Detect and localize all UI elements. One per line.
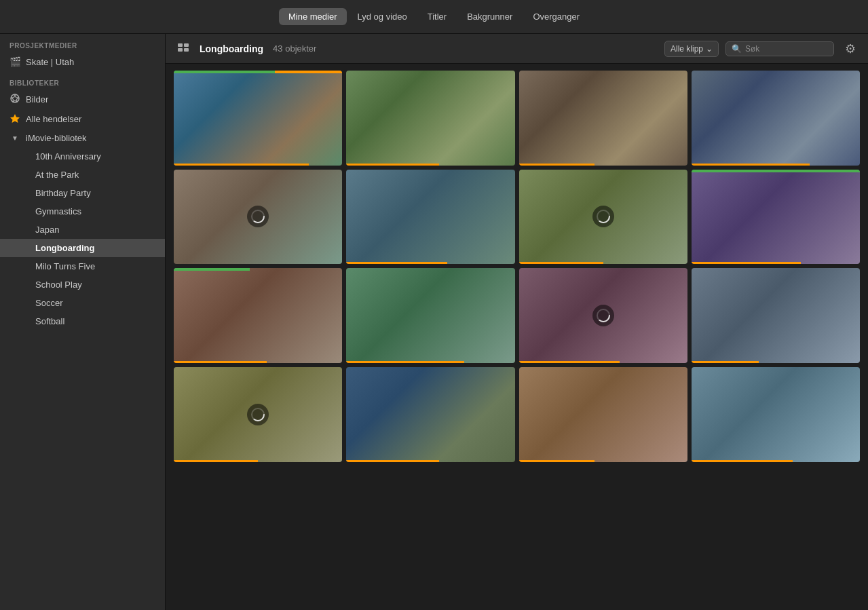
content-count: 43 objekter (273, 43, 316, 54)
content-area: Longboarding 43 objekter Alle klipp ⌄ 🔍 … (166, 34, 868, 610)
sidebar-item-10th-anniversary[interactable]: 10th Anniversary (0, 147, 165, 166)
sidebar-label-longboarding: Longboarding (35, 243, 94, 253)
topbar-buttons: Mine medierLyd og videoTitlerBakgrunnerO… (279, 8, 589, 25)
top-bar: Mine medierLyd og videoTitlerBakgrunnerO… (0, 0, 868, 34)
svg-marker-2 (10, 114, 20, 123)
filter-label: Alle klipp (671, 44, 703, 54)
topbar-btn-overganger[interactable]: Overganger (523, 8, 589, 25)
sidebar-item-milo-turns-five[interactable]: Milo Turns Five (0, 257, 165, 275)
loading-spinner-11 (592, 305, 614, 326)
sidebar-label-imovie-bibliotek: iMovie-bibliotek (26, 133, 87, 143)
search-input[interactable] (745, 44, 828, 54)
video-thumb-8[interactable] (692, 170, 860, 265)
sidebar: PROSJEKTMEDIER 🎬 Skate | Utah BIBLIOTEKE… (0, 34, 166, 610)
video-thumb-12[interactable] (692, 268, 860, 363)
sidebar-item-japan[interactable]: Japan (0, 221, 165, 239)
video-thumb-6[interactable] (346, 170, 514, 265)
sidebar-label-softball: Softball (35, 316, 64, 326)
video-grid (166, 64, 868, 610)
sidebar-item-soccer[interactable]: Soccer (0, 294, 165, 312)
video-thumb-1[interactable] (174, 71, 342, 166)
sidebar-item-imovie-bibliotek[interactable]: ▼iMovie-bibliotek (0, 129, 165, 147)
sidebar-label-alle-hendelser: Alle hendelser (26, 114, 81, 124)
gear-icon: ⚙ (845, 41, 856, 56)
video-thumb-16[interactable] (692, 367, 860, 462)
sidebar-item-birthday-party[interactable]: Birthday Party (0, 184, 165, 202)
main-layout: PROSJEKTMEDIER 🎬 Skate | Utah BIBLIOTEKE… (0, 34, 868, 610)
chevron-down-icon: ⌄ (706, 44, 713, 54)
sidebar-label-school-play: School Play (35, 280, 82, 290)
film-icon: 🎬 (10, 56, 20, 67)
gear-button[interactable]: ⚙ (841, 39, 860, 58)
sidebar-label-bilder: Bilder (26, 94, 48, 104)
svg-rect-4 (184, 43, 189, 47)
svg-rect-6 (184, 48, 189, 52)
prosjektmedier-header: PROSJEKTMEDIER (0, 34, 165, 52)
sidebar-label-japan: Japan (35, 225, 59, 235)
sidebar-item-gymnastics[interactable]: Gymnastics (0, 202, 165, 221)
grid-view-button[interactable] (174, 39, 193, 58)
svg-rect-3 (178, 43, 183, 47)
loading-spinner-7 (592, 206, 614, 227)
video-thumb-4[interactable] (692, 71, 860, 166)
sidebar-item-school-play[interactable]: School Play (0, 275, 165, 294)
loading-spinner-5 (247, 206, 269, 227)
sidebar-item-skate-utah[interactable]: 🎬 Skate | Utah (0, 52, 165, 71)
topbar-btn-mine-medier[interactable]: Mine medier (279, 8, 347, 25)
sidebar-library-list: BilderAlle hendelser▼iMovie-bibliotek10t… (0, 90, 165, 330)
video-thumb-3[interactable] (519, 71, 687, 166)
video-thumb-11[interactable] (519, 268, 687, 363)
sidebar-label-gymnastics: Gymnastics (35, 206, 81, 216)
sidebar-icon-imovie-bibliotek: ▼ (10, 134, 20, 142)
sidebar-item-softball[interactable]: Softball (0, 312, 165, 330)
topbar-btn-titler[interactable]: Titler (418, 8, 456, 25)
video-thumb-5[interactable] (174, 170, 342, 265)
sidebar-label-skate-utah: Skate | Utah (26, 57, 74, 67)
content-toolbar: Longboarding 43 objekter Alle klipp ⌄ 🔍 … (166, 34, 868, 64)
sidebar-label-milo-turns-five: Milo Turns Five (35, 261, 95, 271)
sidebar-item-longboarding[interactable]: Longboarding (0, 239, 165, 257)
video-thumb-9[interactable] (174, 268, 342, 363)
topbar-btn-bakgrunner[interactable]: Bakgrunner (457, 8, 522, 25)
video-thumb-7[interactable] (519, 170, 687, 265)
sidebar-icon-bilder (10, 94, 20, 105)
search-box[interactable]: 🔍 (725, 41, 834, 56)
sidebar-label-10th-anniversary: 10th Anniversary (35, 151, 101, 161)
search-icon: 🔍 (732, 44, 742, 54)
sidebar-label-birthday-party: Birthday Party (35, 188, 91, 198)
video-thumb-13[interactable] (174, 367, 342, 462)
sidebar-item-bilder[interactable]: Bilder (0, 90, 165, 109)
sidebar-item-at-the-park[interactable]: At the Park (0, 166, 165, 184)
biblioteker-header: BIBLIOTEKER (0, 71, 165, 90)
sidebar-label-at-the-park: At the Park (35, 170, 79, 180)
svg-marker-1 (12, 95, 18, 102)
sidebar-icon-alle-hendelser (10, 113, 20, 125)
video-thumb-15[interactable] (519, 367, 687, 462)
svg-rect-5 (178, 48, 183, 52)
filter-dropdown[interactable]: Alle klipp ⌄ (664, 41, 719, 57)
video-thumb-10[interactable] (346, 268, 514, 363)
video-thumb-2[interactable] (346, 71, 514, 166)
sidebar-item-alle-hendelser[interactable]: Alle hendelser (0, 109, 165, 129)
sidebar-label-soccer: Soccer (35, 298, 62, 308)
loading-spinner-13 (247, 404, 269, 425)
video-thumb-14[interactable] (346, 367, 514, 462)
topbar-btn-lyd-og-video[interactable]: Lyd og video (348, 8, 417, 25)
content-title: Longboarding (200, 43, 263, 54)
